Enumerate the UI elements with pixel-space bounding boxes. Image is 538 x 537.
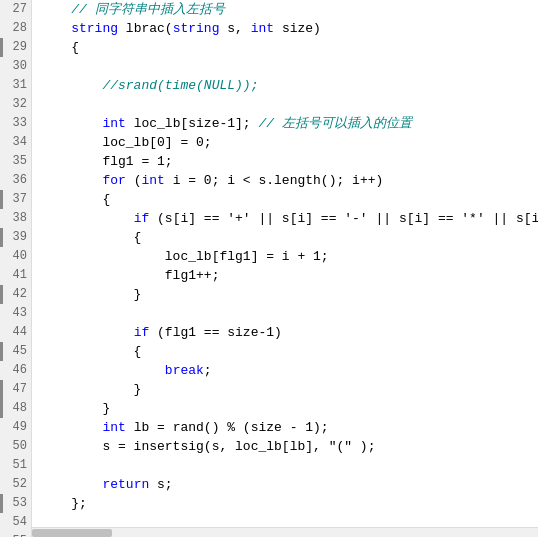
code-line-35: flg1 = 1;: [40, 152, 538, 171]
code-line-47: }: [40, 380, 538, 399]
line-number-28: 28: [0, 19, 31, 38]
code-line-46: break;: [40, 361, 538, 380]
line-number-47: 47: [0, 380, 31, 399]
line-number-48: 48: [0, 399, 31, 418]
line-number-27: 27: [0, 0, 31, 19]
code-line-45: {: [40, 342, 538, 361]
line-number-51: 51: [0, 456, 31, 475]
code-line-44: if (flg1 == size-1): [40, 323, 538, 342]
line-number-44: 44: [0, 323, 31, 342]
code-line-34: loc_lb[0] = 0;: [40, 133, 538, 152]
line-number-50: 50: [0, 437, 31, 456]
code-line-50: s = insertsig(s, loc_lb[lb], "(" );: [40, 437, 538, 456]
line-number-39: 39: [0, 228, 31, 247]
line-number-34: 34: [0, 133, 31, 152]
code-line-52: return s;: [40, 475, 538, 494]
code-line-37: {: [40, 190, 538, 209]
line-number-38: 38: [0, 209, 31, 228]
code-line-48: }: [40, 399, 538, 418]
code-line-43: [40, 304, 538, 323]
line-number-40: 40: [0, 247, 31, 266]
code-line-41: flg1++;: [40, 266, 538, 285]
line-number-37: 37: [0, 190, 31, 209]
line-number-33: 33: [0, 114, 31, 133]
line-number-31: 31: [0, 76, 31, 95]
code-line-49: int lb = rand() % (size - 1);: [40, 418, 538, 437]
line-number-35: 35: [0, 152, 31, 171]
code-line-42: }: [40, 285, 538, 304]
line-number-54: 54: [0, 513, 31, 532]
code-editor: 2728293031323334353637383940414243444546…: [0, 0, 538, 537]
line-number-32: 32: [0, 95, 31, 114]
line-number-42: 42: [0, 285, 31, 304]
code-line-33: int loc_lb[size-1]; // 左括号可以插入的位置: [40, 114, 538, 133]
code-line-28: string lbrac(string s, int size): [40, 19, 538, 38]
code-line-27: // 同字符串中插入左括号: [40, 0, 538, 19]
line-numbers: 2728293031323334353637383940414243444546…: [0, 0, 32, 537]
code-line-39: {: [40, 228, 538, 247]
line-number-52: 52: [0, 475, 31, 494]
line-number-43: 43: [0, 304, 31, 323]
line-number-36: 36: [0, 171, 31, 190]
code-area[interactable]: // 同字符串中插入左括号 string lbrac(string s, int…: [32, 0, 538, 537]
scrollbar-thumb[interactable]: [32, 529, 112, 537]
code-container: 2728293031323334353637383940414243444546…: [0, 0, 538, 537]
line-number-29: 29: [0, 38, 31, 57]
code-line-40: loc_lb[flg1] = i + 1;: [40, 247, 538, 266]
code-line-51: [40, 456, 538, 475]
code-line-29: {: [40, 38, 538, 57]
code-line-31: //srand(time(NULL));: [40, 76, 538, 95]
line-number-53: 53: [0, 494, 31, 513]
code-line-32: [40, 95, 538, 114]
horizontal-scrollbar[interactable]: [32, 527, 538, 537]
code-line-38: if (s[i] == '+' || s[i] == '-' || s[i] =…: [40, 209, 538, 228]
line-number-41: 41: [0, 266, 31, 285]
line-number-45: 45: [0, 342, 31, 361]
line-number-49: 49: [0, 418, 31, 437]
code-line-30: [40, 57, 538, 76]
line-number-30: 30: [0, 57, 31, 76]
code-line-36: for (int i = 0; i < s.length(); i++): [40, 171, 538, 190]
line-number-46: 46: [0, 361, 31, 380]
code-line-53: };: [40, 494, 538, 513]
line-number-55: 55: [0, 532, 31, 537]
